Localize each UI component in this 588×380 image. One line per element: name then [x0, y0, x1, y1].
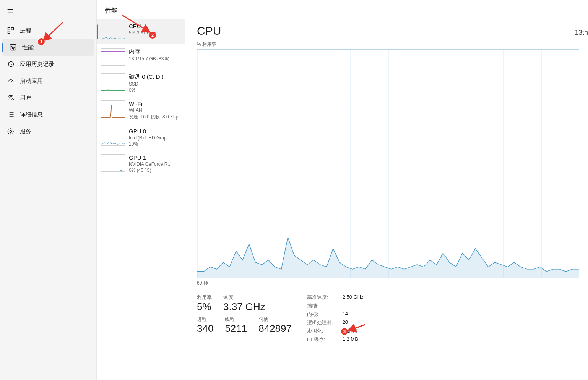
perf-sub: WLAN: [129, 108, 180, 113]
perf-list: CPU 5% 3.37 GHz 内存 13.1/15.7 GB (83%): [97, 19, 185, 380]
spec-base-label: 基准速度:: [307, 294, 333, 301]
perf-sub2: 10%: [129, 141, 171, 147]
perf-sub2: 发送: 16.0 接收: 8.0 Kbps: [129, 114, 180, 120]
nav-list: 进程 性能 应用历史记录 启动应用 用户 详细信息 服务: [0, 22, 96, 140]
wifi-thumb: [101, 100, 125, 118]
nav-label: 服务: [20, 128, 31, 135]
nav-label: 应用历史记录: [20, 61, 54, 68]
stat-handles: 句柄 842897: [258, 316, 292, 335]
perf-title: CPU: [129, 23, 156, 29]
chart-x-label: 60 秒: [197, 280, 588, 286]
hamburger-icon: [7, 8, 14, 15]
cpu-chart[interactable]: [197, 49, 579, 278]
nav-item-startup[interactable]: 启动应用: [0, 73, 96, 89]
perf-sub: NVIDIA GeForce R...: [129, 162, 171, 167]
spec-sockets-label: 插槽:: [307, 302, 333, 309]
perf-item-gpu0[interactable]: GPU 0 Intel(R) UHD Grap... 10%: [97, 124, 185, 150]
nav-label: 进程: [20, 27, 31, 34]
hamburger-button[interactable]: [0, 4, 96, 20]
cpu-thumb: [101, 23, 125, 40]
stat-speed: 速度 3.37 GHz: [223, 294, 265, 313]
gpu1-thumb: [101, 154, 125, 172]
stat-value: 340: [197, 323, 213, 335]
svg-point-7: [10, 131, 12, 133]
nav-item-details[interactable]: 详细信息: [0, 106, 96, 123]
stat-value: 5%: [197, 301, 212, 313]
spec-l1-label: L1 缓存:: [307, 336, 333, 343]
stat-utilization: 利用率 5%: [197, 294, 212, 313]
nav-item-services[interactable]: 服务: [0, 123, 96, 140]
perf-title: 内存: [129, 48, 169, 55]
perf-title: Wi-Fi: [129, 100, 180, 107]
spec-lprocs-value: 20: [343, 319, 364, 326]
stat-label: 进程: [197, 316, 213, 323]
spec-virt-value: 已启用: [343, 328, 364, 335]
nav-item-app-history[interactable]: 应用历史记录: [0, 56, 96, 73]
specs-table: 基准速度: 2.50 GHz 插槽: 1 内核: 14 逻辑处理器: 20 虚拟…: [307, 294, 364, 343]
stat-label: 速度: [223, 294, 265, 301]
nav-label: 性能: [22, 44, 34, 51]
mem-thumb: [101, 48, 125, 66]
stat-label: 利用率: [197, 294, 212, 301]
users-icon: [7, 94, 15, 102]
gpu0-thumb: [101, 128, 125, 146]
content: 性能 CPU 5% 3.37 GHz 内存 13.1/15.7 GB (83%): [97, 0, 588, 380]
stat-label: 句柄: [258, 316, 292, 323]
perf-sub2: 0% (45 °C): [129, 168, 171, 173]
nav-label: 启动应用: [20, 78, 43, 85]
chart-y-label: % 利用率: [197, 41, 216, 48]
spec-sockets-value: 1: [343, 302, 364, 309]
detail-title: CPU: [197, 24, 221, 37]
list-icon: [7, 111, 15, 118]
perf-sub: SSD: [129, 81, 164, 87]
stat-value: 3.37 GHz: [223, 301, 265, 313]
svg-rect-0: [8, 28, 10, 30]
stat-label: 线程: [225, 316, 247, 323]
heartbeat-icon: [9, 44, 17, 51]
stat-threads: 线程 5211: [225, 316, 247, 335]
stat-processes: 进程 340: [197, 316, 213, 335]
gauge-icon: [7, 77, 15, 85]
cpu-detail: CPU 13th % 利用率 60 秒 利用率 5%: [185, 19, 588, 380]
page-title: 性能: [97, 0, 588, 19]
cpu-model: 13th: [575, 29, 588, 37]
spec-virt-label: 虚拟化:: [307, 328, 333, 335]
spec-cores-label: 内核:: [307, 311, 333, 318]
nav-item-processes[interactable]: 进程: [0, 22, 96, 39]
perf-title: GPU 0: [129, 128, 171, 134]
nav-label: 用户: [20, 94, 31, 102]
spec-lprocs-label: 逻辑处理器:: [307, 319, 333, 326]
perf-sub: 13.1/15.7 GB (83%): [129, 56, 169, 61]
body: CPU 5% 3.37 GHz 内存 13.1/15.7 GB (83%): [97, 19, 588, 380]
stat-value: 5211: [225, 323, 247, 335]
perf-sub: Intel(R) UHD Grap...: [129, 135, 171, 141]
nav-rail: 进程 性能 应用历史记录 启动应用 用户 详细信息 服务: [0, 0, 97, 380]
perf-item-disk0[interactable]: 磁盘 0 (C: D:) SSD 0%: [97, 70, 185, 97]
perf-title: GPU 1: [129, 154, 171, 161]
nav-label: 详细信息: [20, 111, 43, 118]
perf-sub2: 0%: [129, 87, 164, 93]
stat-value: 842897: [258, 323, 292, 335]
nav-item-performance[interactable]: 性能: [2, 39, 94, 56]
svg-rect-2: [8, 31, 10, 34]
svg-marker-8: [197, 237, 579, 278]
disk-thumb: [101, 73, 125, 91]
perf-sub: 5% 3.37 GHz: [129, 30, 156, 36]
perf-item-memory[interactable]: 内存 13.1/15.7 GB (83%): [97, 44, 185, 70]
gear-icon: [7, 128, 15, 135]
perf-title: 磁盘 0 (C: D:): [129, 73, 164, 81]
nav-item-users[interactable]: 用户: [0, 89, 96, 106]
history-icon: [7, 60, 15, 68]
svg-rect-1: [11, 28, 14, 30]
spec-cores-value: 14: [343, 311, 364, 318]
grid-icon: [7, 27, 15, 34]
perf-item-gpu1[interactable]: GPU 1 NVIDIA GeForce R... 0% (45 °C): [97, 150, 185, 177]
svg-point-6: [11, 95, 13, 97]
svg-point-5: [9, 95, 11, 97]
perf-item-cpu[interactable]: CPU 5% 3.37 GHz: [97, 19, 185, 44]
perf-item-wifi[interactable]: Wi-Fi WLAN 发送: 16.0 接收: 8.0 Kbps: [97, 97, 185, 124]
spec-base-value: 2.50 GHz: [343, 294, 364, 301]
spec-l1-value: 1.2 MB: [343, 336, 364, 343]
